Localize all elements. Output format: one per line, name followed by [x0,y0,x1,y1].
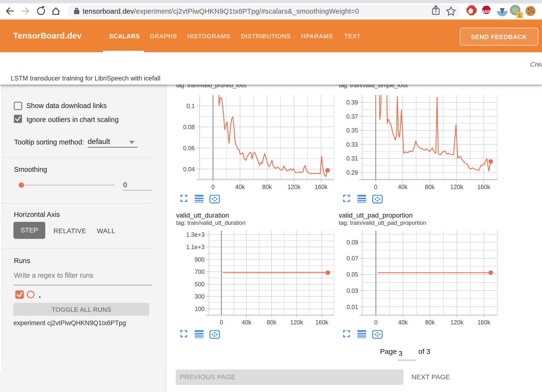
svg-text:0.29: 0.29 [346,169,358,176]
svg-text:300: 300 [195,293,205,300]
svg-text:0: 0 [374,184,377,190]
svg-text:0.08: 0.08 [183,124,195,130]
svg-text:0.1: 0.1 [186,103,195,109]
svg-text:120k: 120k [450,319,464,326]
svg-text:1.1e+3: 1.1e+3 [186,244,205,250]
svg-text:120k: 120k [290,319,303,326]
svg-text:0: 0 [220,319,223,326]
svg-text:0.33: 0.33 [346,141,358,148]
svg-text:0.35: 0.35 [346,127,358,134]
svg-text:0.07: 0.07 [346,255,358,262]
svg-text:700: 700 [195,268,205,275]
svg-text:0.09: 0.09 [346,239,358,246]
svg-text:40k: 40k [242,319,252,326]
svg-text:80k: 80k [425,184,435,190]
svg-text:160k: 160k [477,184,490,190]
svg-text:ABP: ABP [482,9,491,14]
svg-text:0.39: 0.39 [346,99,358,106]
svg-text:160k: 160k [477,319,490,326]
svg-text:80k: 80k [425,319,435,326]
svg-text:0.05: 0.05 [346,271,358,278]
svg-text:160k: 160k [315,184,328,190]
svg-text:500: 500 [195,281,205,288]
svg-text:0.04: 0.04 [183,166,195,173]
svg-text:1: 1 [519,13,521,18]
svg-text:40k: 40k [398,319,408,326]
svg-text:900: 900 [195,256,205,263]
svg-text:0.01: 0.01 [346,304,358,310]
svg-text:0.03: 0.03 [346,287,358,294]
svg-text:120k: 120k [288,184,301,190]
svg-text:0.06: 0.06 [183,145,195,151]
svg-text:40k: 40k [235,184,245,190]
svg-text:80k: 80k [262,184,272,190]
svg-text:0: 0 [374,319,378,326]
svg-text:120k: 120k [450,184,463,190]
svg-text:1.3e+3: 1.3e+3 [186,231,205,238]
svg-text:0.37: 0.37 [346,113,358,120]
svg-text:0: 0 [211,184,215,190]
svg-text:100: 100 [195,306,205,312]
svg-text:160k: 160k [315,319,329,326]
svg-text:0.31: 0.31 [346,155,358,162]
svg-text:40k: 40k [398,184,408,190]
svg-text:80k: 80k [267,319,277,326]
